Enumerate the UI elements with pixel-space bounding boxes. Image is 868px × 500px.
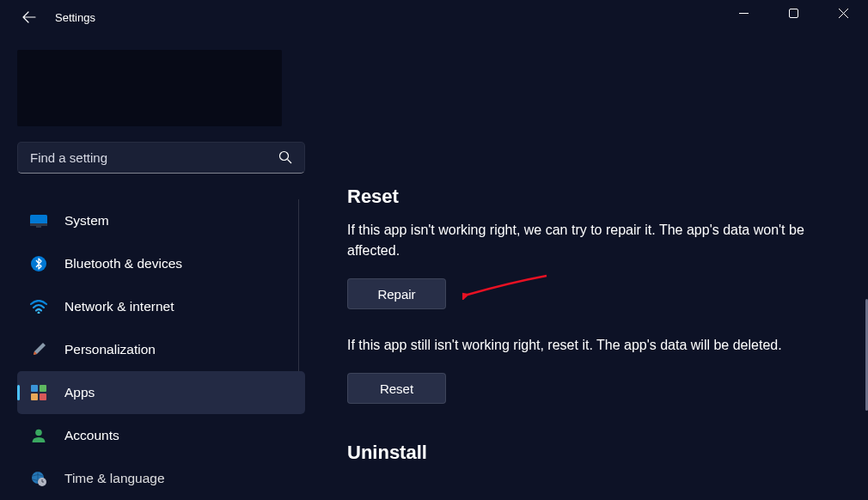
wifi-icon: [30, 298, 47, 315]
profile-block: [17, 50, 282, 126]
svg-rect-0: [789, 9, 798, 17]
nav-list: System Bluetooth & devices: [17, 199, 304, 500]
bluetooth-icon: [30, 255, 47, 272]
sidebar: System Bluetooth & devices: [0, 34, 311, 500]
repair-button[interactable]: Repair: [347, 278, 446, 309]
window-title: Settings: [55, 11, 95, 24]
svg-rect-9: [31, 393, 38, 400]
window-controls: [718, 0, 868, 26]
close-icon: [839, 9, 848, 18]
search-input[interactable]: [30, 150, 278, 165]
reset-heading: Reset: [347, 186, 834, 208]
back-arrow-icon: [22, 10, 36, 24]
close-button[interactable]: [818, 0, 868, 26]
monitor-icon: [30, 212, 47, 229]
svg-rect-7: [31, 385, 38, 392]
sidebar-item-time[interactable]: Time & language: [17, 457, 305, 500]
sidebar-item-label: Time & language: [64, 471, 165, 486]
sidebar-item-network[interactable]: Network & internet: [17, 285, 305, 328]
sidebar-item-label: System: [64, 213, 109, 229]
person-icon: [30, 427, 47, 444]
sidebar-item-label: Bluetooth & devices: [64, 256, 182, 271]
paintbrush-icon: [30, 341, 47, 358]
maximize-button[interactable]: [768, 0, 818, 26]
sidebar-item-label: Personalization: [64, 342, 156, 357]
sidebar-item-bluetooth[interactable]: Bluetooth & devices: [17, 242, 305, 285]
apps-icon: [30, 384, 47, 401]
svg-point-11: [35, 430, 42, 436]
sidebar-item-label: Accounts: [64, 428, 119, 443]
svg-rect-3: [30, 223, 47, 226]
uninstall-heading: Uninstall: [347, 442, 834, 464]
sidebar-item-label: Apps: [64, 385, 95, 400]
sidebar-item-accounts[interactable]: Accounts: [17, 414, 305, 457]
svg-point-1: [280, 152, 289, 161]
globe-clock-icon: [30, 470, 47, 487]
svg-point-6: [38, 312, 40, 314]
search-icon: [278, 150, 292, 164]
main-content: Reset If this app isn't working right, w…: [311, 34, 868, 500]
svg-rect-4: [36, 226, 41, 228]
titlebar: Settings: [0, 0, 868, 34]
repair-description: If this app isn't working right, we can …: [347, 220, 828, 261]
reset-button[interactable]: Reset: [347, 373, 446, 404]
reset-description: If this app still isn't working right, r…: [347, 335, 834, 356]
minimize-icon: [739, 9, 749, 18]
sidebar-item-apps[interactable]: Apps: [17, 371, 305, 414]
sidebar-item-label: Network & internet: [64, 299, 174, 314]
svg-rect-8: [40, 385, 46, 392]
back-button[interactable]: [15, 3, 43, 31]
svg-rect-10: [40, 393, 46, 400]
search-input-container[interactable]: [17, 142, 305, 174]
maximize-icon: [789, 9, 798, 18]
minimize-button[interactable]: [718, 0, 768, 26]
sidebar-item-system[interactable]: System: [17, 199, 305, 242]
sidebar-item-personalization[interactable]: Personalization: [17, 328, 305, 371]
